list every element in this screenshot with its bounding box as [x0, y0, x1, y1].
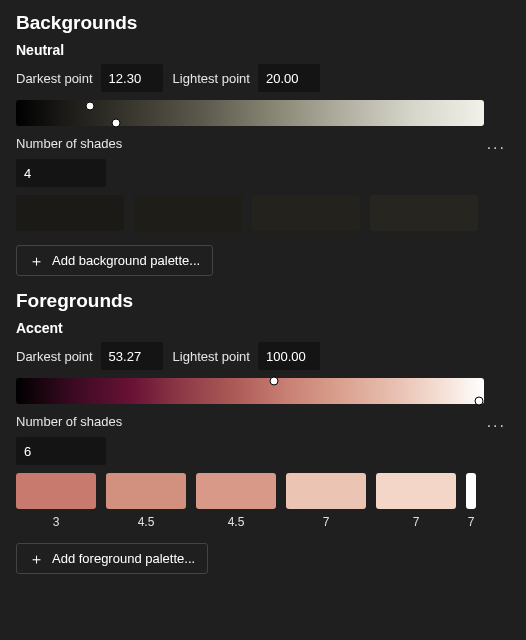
swatch-contrast-label: 3: [53, 515, 60, 529]
fg-lightest-input[interactable]: [258, 342, 320, 370]
bg-handle-dark[interactable]: [86, 102, 95, 111]
swatch[interactable]: [106, 473, 186, 509]
bg-swatches: [16, 195, 510, 231]
add-foreground-palette-button[interactable]: ＋ Add foreground palette...: [16, 543, 208, 574]
swatch[interactable]: [286, 473, 366, 509]
bg-shades-label: Number of shades: [16, 136, 122, 151]
swatch-contrast-label: 4.5: [138, 515, 155, 529]
fg-gradient-slider[interactable]: [16, 378, 510, 404]
swatch[interactable]: [16, 473, 96, 509]
fg-lightest-label: Lightest point: [173, 349, 250, 364]
swatch[interactable]: [376, 473, 456, 509]
backgrounds-palette-name: Neutral: [16, 42, 510, 58]
fg-swatches: 34.54.5777: [16, 473, 510, 529]
foregrounds-palette-name: Accent: [16, 320, 510, 336]
fg-shades-input[interactable]: [16, 437, 106, 465]
foregrounds-title: Foregrounds: [16, 290, 510, 312]
swatch[interactable]: [370, 195, 478, 231]
swatch-contrast-label: 7: [413, 515, 420, 529]
bg-gradient-slider[interactable]: [16, 100, 510, 126]
bg-shades-input[interactable]: [16, 159, 106, 187]
swatch-contrast-label: 7: [468, 515, 475, 529]
swatch[interactable]: [16, 195, 124, 231]
fg-darkest-input[interactable]: [101, 342, 163, 370]
fg-darkest-label: Darkest point: [16, 349, 93, 364]
foregrounds-section: Foregrounds Accent Darkest point Lightes…: [16, 290, 510, 574]
plus-icon: ＋: [29, 551, 44, 566]
swatch[interactable]: [252, 195, 360, 231]
backgrounds-section: Backgrounds Neutral Darkest point Lighte…: [16, 12, 510, 276]
swatch[interactable]: [196, 473, 276, 509]
fg-handle-dark[interactable]: [270, 377, 279, 386]
fg-shades-label: Number of shades: [16, 414, 122, 429]
swatch-contrast-label: 7: [323, 515, 330, 529]
add-fg-label: Add foreground palette...: [52, 551, 195, 566]
swatch[interactable]: [134, 195, 242, 231]
bg-lightest-input[interactable]: [258, 64, 320, 92]
backgrounds-title: Backgrounds: [16, 12, 510, 34]
swatch-contrast-label: 4.5: [228, 515, 245, 529]
add-bg-label: Add background palette...: [52, 253, 200, 268]
bg-darkest-label: Darkest point: [16, 71, 93, 86]
add-background-palette-button[interactable]: ＋ Add background palette...: [16, 245, 213, 276]
bg-handle-light[interactable]: [112, 119, 121, 128]
bg-lightest-label: Lightest point: [173, 71, 250, 86]
fg-more-button[interactable]: ···: [483, 415, 510, 437]
plus-icon: ＋: [29, 253, 44, 268]
bg-darkest-input[interactable]: [101, 64, 163, 92]
bg-more-button[interactable]: ···: [483, 137, 510, 159]
swatch[interactable]: [466, 473, 476, 509]
fg-handle-light[interactable]: [475, 397, 484, 406]
